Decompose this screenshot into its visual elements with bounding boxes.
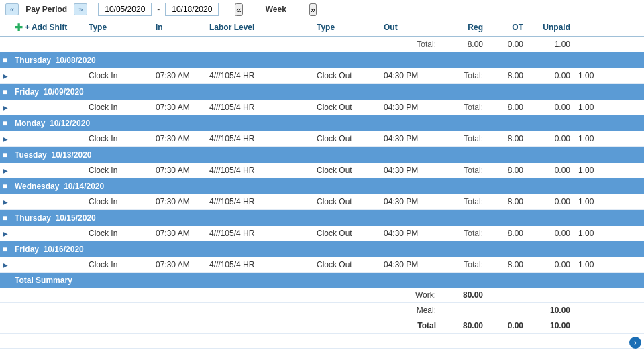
out-time-2-0: 04:30 PM xyxy=(380,131,440,146)
pay-period-section: « Pay Period » xyxy=(0,3,93,15)
week-next-button[interactable]: » xyxy=(309,3,317,16)
day-name-5: Thursday 10/15/2020 xyxy=(11,211,85,225)
day-expand-3[interactable]: ■ xyxy=(0,148,11,162)
day-name-2: Monday 10/12/2020 xyxy=(11,117,85,130)
top-total-label: Total: xyxy=(380,37,440,52)
week-label: Week xyxy=(246,5,307,14)
ot-4-0: 0.00 xyxy=(527,194,574,209)
top-total-ot: 0.00 xyxy=(487,37,527,52)
summary-section: Total Summary Work: 80.00 Meal: xyxy=(0,273,644,349)
work-value: 80.00 xyxy=(440,288,487,302)
row-expand-3-0[interactable]: ▶ xyxy=(0,164,11,177)
row-expand-0-0[interactable]: ▶ xyxy=(0,70,11,82)
date-start-input[interactable] xyxy=(98,3,152,16)
day-header-1: ■ Friday 10/09/2020 xyxy=(0,84,644,100)
reg-0-0: 8.00 xyxy=(487,68,527,83)
row-expand-4-0[interactable]: ▶ xyxy=(0,196,11,208)
type-out-5-0: Clock Out xyxy=(313,226,380,241)
days-container: ■ Thursday 10/08/2020 ▶ Clock In 07:30 A… xyxy=(0,52,644,273)
data-row-1-0: ▶ Clock In 07:30 AM 4///105/4 HR Clock O… xyxy=(0,100,644,115)
data-row-0-0: ▶ Clock In 07:30 AM 4///105/4 HR Clock O… xyxy=(0,68,644,84)
row-expand-1-0[interactable]: ▶ xyxy=(0,101,11,114)
reg-6-0: 8.00 xyxy=(487,257,527,272)
out-time-6-0: 04:30 PM xyxy=(380,257,440,272)
ot-0-0: 0.00 xyxy=(527,68,574,83)
type-in-6-0 xyxy=(11,262,85,267)
scroll-indicator[interactable]: › xyxy=(629,337,641,349)
total-label-3-0: Total: xyxy=(440,163,487,178)
summary-empty-row xyxy=(0,334,644,349)
ot-2-0: 0.00 xyxy=(527,131,574,146)
row-expand-6-0[interactable]: ▶ xyxy=(0,259,11,272)
labor-level-4-0: 4///105/4 HR xyxy=(205,194,313,209)
reg-5-0: 8.00 xyxy=(487,226,527,241)
in-time-3-0: 07:30 AM xyxy=(152,163,205,178)
day-header-6: ■ Friday 10/16/2020 xyxy=(0,241,644,257)
day-name-6: Friday 10/16/2020 xyxy=(11,243,85,256)
work-label: Work: xyxy=(380,288,440,302)
unpaid-4-0: 1.00 xyxy=(574,194,585,209)
clock-in-type-6-0: Clock In xyxy=(85,257,152,272)
top-total-row: Total: 8.00 0.00 1.00 xyxy=(0,37,644,52)
labor-level-1-0: 4///105/4 HR xyxy=(205,100,313,115)
unpaid-0-0: 1.00 xyxy=(574,68,585,83)
data-row-3-0: ▶ Clock In 07:30 AM 4///105/4 HR Clock O… xyxy=(0,163,644,178)
type-in-0-0 xyxy=(11,73,85,78)
out-time-1-0: 04:30 PM xyxy=(380,100,440,115)
pay-period-next-button[interactable]: » xyxy=(74,3,87,15)
data-row-4-0: ▶ Clock In 07:30 AM 4///105/4 HR Clock O… xyxy=(0,194,644,210)
in-col-header: In xyxy=(152,20,205,35)
day-header-0: ■ Thursday 10/08/2020 xyxy=(0,52,644,68)
type-col-header: Type xyxy=(85,20,152,35)
reg-col-header: Reg xyxy=(440,20,487,35)
type-out-6-0: Clock Out xyxy=(313,257,380,272)
add-shift-button[interactable]: ✚ + Add Shift xyxy=(11,19,85,36)
unpaid-col-header: Unpaid xyxy=(527,20,574,35)
reg-4-0: 8.00 xyxy=(487,194,527,209)
plus-icon: ✚ xyxy=(15,22,23,33)
day-expand-1[interactable]: ■ xyxy=(0,85,11,99)
total-label-0-0: Total: xyxy=(440,68,487,83)
ot-5-0: 0.00 xyxy=(527,226,574,241)
week-prev-button[interactable]: « xyxy=(235,3,242,16)
row-expand-5-0[interactable]: ▶ xyxy=(0,227,11,240)
type-in-5-0 xyxy=(11,231,85,236)
date-end-input[interactable] xyxy=(165,3,219,16)
labor-level-3-0: 4///105/4 HR xyxy=(205,163,313,178)
labor-level-5-0: 4///105/4 HR xyxy=(205,226,313,241)
pay-period-label: Pay Period xyxy=(21,5,71,14)
unpaid-2-0: 1.00 xyxy=(574,131,585,146)
week-section: « Week » xyxy=(229,3,322,16)
row-expand-2-0[interactable]: ▶ xyxy=(0,133,11,145)
day-header-3: ■ Tuesday 10/13/2020 xyxy=(0,147,644,163)
scroll-col-header xyxy=(574,25,585,30)
column-headers: ✚ + Add Shift Type In Labor Level Type O… xyxy=(0,19,644,37)
in-time-0-0: 07:30 AM xyxy=(152,68,205,83)
day-expand-0[interactable]: ■ xyxy=(0,54,11,67)
day-name-0: Thursday 10/08/2020 xyxy=(11,54,85,67)
type-in-4-0 xyxy=(11,199,85,204)
ot-3-0: 0.00 xyxy=(527,163,574,178)
unpaid-3-0: 1.00 xyxy=(574,163,585,178)
day-expand-4[interactable]: ■ xyxy=(0,180,11,193)
top-total-reg: 8.00 xyxy=(440,37,487,52)
reg-3-0: 8.00 xyxy=(487,163,527,178)
out-time-3-0: 04:30 PM xyxy=(380,163,440,178)
day-header-2: ■ Monday 10/12/2020 xyxy=(0,115,644,131)
reg-2-0: 8.00 xyxy=(487,131,527,146)
day-name-3: Tuesday 10/13/2020 xyxy=(11,148,85,162)
day-expand-5[interactable]: ■ xyxy=(0,211,11,225)
day-expand-2[interactable]: ■ xyxy=(0,117,11,130)
clock-in-type-4-0: Clock In xyxy=(85,194,152,209)
total-label-6-0: Total: xyxy=(440,257,487,272)
clock-in-type-0-0: Clock In xyxy=(85,68,152,83)
total-label: Total xyxy=(380,318,440,333)
day-expand-6[interactable]: ■ xyxy=(0,243,11,256)
summary-meal-row: Meal: 10.00 xyxy=(0,303,644,318)
total-label-2-0: Total: xyxy=(440,131,487,146)
total-ot: 0.00 xyxy=(487,318,527,333)
unpaid-5-0: 1.00 xyxy=(574,226,585,241)
pay-period-prev-button[interactable]: « xyxy=(5,3,19,15)
day-name-1: Friday 10/09/2020 xyxy=(11,85,85,99)
type-in-2-0 xyxy=(11,136,85,141)
